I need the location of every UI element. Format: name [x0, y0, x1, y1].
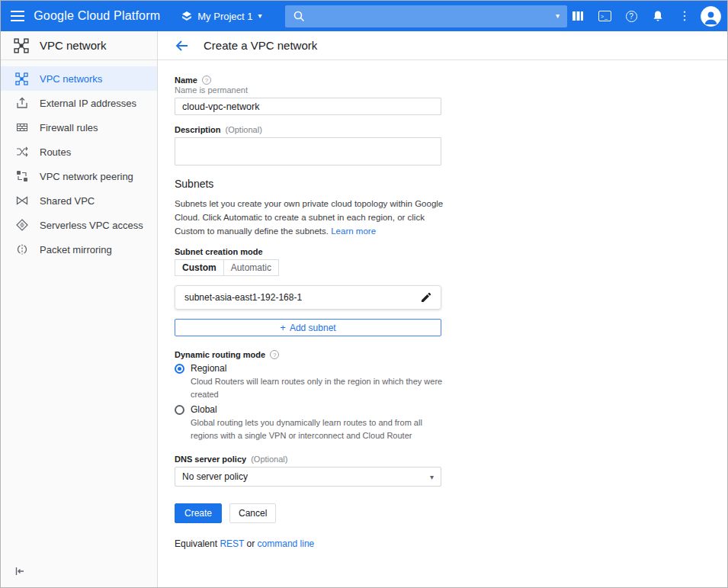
sidebar-nav: VPC networks External IP addresses Firew…	[1, 60, 157, 262]
sidebar-item-label: Routes	[40, 146, 71, 158]
notifications-button[interactable]	[647, 5, 669, 27]
global-description: Global routing lets you dynamically lear…	[191, 416, 451, 442]
cancel-button[interactable]: Cancel	[229, 503, 276, 523]
sidebar-item-packet-mirroring[interactable]: Packet mirroring	[1, 237, 157, 262]
learn-more-link[interactable]: Learn more	[331, 227, 376, 236]
dns-optional: (Optional)	[251, 455, 287, 464]
create-button[interactable]: Create	[175, 503, 222, 523]
name-help-icon[interactable]: ?	[202, 76, 211, 85]
subnets-heading: Subnets	[175, 178, 727, 190]
search-input[interactable]	[311, 11, 556, 22]
add-subnet-label: Add subnet	[290, 323, 336, 333]
description-optional: (Optional)	[226, 125, 262, 134]
sidebar-item-serverless-vpc-access[interactable]: Serverless VPC access	[1, 213, 157, 237]
firewall-icon	[15, 121, 28, 134]
sidebar-title: VPC network	[40, 39, 107, 52]
subnet-mode-custom-button[interactable]: Custom	[175, 259, 224, 276]
shared-vpc-icon	[15, 194, 28, 207]
hamburger-icon	[11, 11, 24, 21]
dns-policy-select[interactable]: No server policy ▾	[175, 467, 441, 487]
dns-label-row: DNS server policy (Optional)	[175, 455, 727, 464]
project-selector[interactable]: My Project 1 ▾	[181, 11, 261, 22]
console-columns-button[interactable]	[567, 5, 588, 27]
name-label: Name	[175, 76, 197, 85]
regional-label: Regional	[191, 363, 226, 374]
subnets-intro-text: Subnets let you create your own private …	[175, 199, 443, 236]
help-button[interactable]: ?	[621, 5, 642, 27]
subnet-mode-label: Subnet creation mode	[175, 247, 727, 256]
avatar[interactable]	[701, 6, 721, 27]
sidebar-item-routes[interactable]: Routes	[1, 140, 157, 164]
rest-link[interactable]: REST	[220, 538, 244, 549]
main-content: Create a VPC network Name ? Name is perm…	[158, 31, 727, 587]
sidebar-item-external-ip-addresses[interactable]: External IP addresses	[1, 91, 157, 115]
back-arrow-icon	[175, 39, 189, 53]
sidebar-item-label: External IP addresses	[40, 98, 136, 109]
command-line-link[interactable]: command line	[258, 538, 315, 549]
back-button[interactable]	[175, 39, 189, 53]
global-label: Global	[191, 404, 217, 415]
person-icon	[702, 8, 720, 26]
subnet-card[interactable]: subnet-asia-east1-192-168-1	[175, 285, 441, 310]
sidebar: VPC network VPC networks	[1, 31, 158, 587]
topbar: Google Cloud Platform My Project 1 ▾ ▾ >…	[1, 1, 727, 31]
brand-title: Google Cloud Platform	[34, 9, 160, 23]
sidebar-item-shared-vpc[interactable]: Shared VPC	[1, 188, 157, 213]
peering-icon	[15, 170, 28, 183]
gcp-console-window: Google Cloud Platform My Project 1 ▾ ▾ >…	[0, 0, 728, 588]
sidebar-item-label: Serverless VPC access	[40, 220, 143, 231]
chevron-down-icon: ▾	[430, 473, 434, 481]
description-label: Description	[175, 125, 221, 134]
sidebar-item-label: Firewall rules	[40, 122, 98, 133]
routing-regional-option[interactable]: Regional	[175, 363, 727, 374]
add-subnet-button[interactable]: + Add subnet	[175, 319, 441, 336]
chevron-down-icon: ▾	[258, 12, 262, 20]
subnet-mode-automatic-button[interactable]: Automatic	[224, 259, 279, 276]
routes-icon	[15, 146, 28, 159]
name-label-row: Name ?	[175, 76, 727, 85]
edit-subnet-button[interactable]	[421, 292, 431, 303]
sidebar-item-label: Packet mirroring	[40, 244, 112, 255]
project-name: My Project 1	[197, 11, 252, 22]
more-options-button[interactable]: ⋮	[674, 5, 695, 27]
project-icon	[181, 11, 192, 21]
name-input[interactable]	[175, 98, 441, 115]
radio-selected-icon	[175, 364, 184, 374]
regional-description: Cloud Routers will learn routes only in …	[191, 375, 451, 400]
menu-button[interactable]	[1, 1, 34, 31]
search-bar[interactable]: ▾	[285, 5, 567, 27]
topbar-actions: >_ ? ⋮	[567, 5, 727, 27]
sidebar-item-label: VPC network peering	[40, 171, 133, 182]
columns-icon	[572, 10, 584, 22]
description-input[interactable]	[175, 137, 441, 165]
cloud-shell-button[interactable]: >_	[594, 5, 615, 27]
sidebar-header: VPC network	[1, 31, 157, 60]
collapse-left-icon	[14, 566, 25, 577]
more-vertical-icon: ⋮	[678, 10, 691, 22]
external-ip-icon	[15, 97, 28, 110]
search-icon	[293, 10, 305, 22]
page-header: Create a VPC network	[158, 31, 727, 60]
sidebar-item-label: VPC networks	[40, 73, 102, 85]
sidebar-collapse-button[interactable]	[1, 555, 157, 587]
sidebar-item-vpc-networks[interactable]: VPC networks	[1, 66, 157, 91]
subnet-mode-toggle: Custom Automatic	[175, 259, 279, 276]
search-dropdown-icon[interactable]: ▾	[556, 12, 560, 20]
cloud-shell-icon: >_	[598, 11, 611, 21]
equivalent-or: or	[247, 538, 255, 549]
description-label-row: Description (Optional)	[175, 125, 727, 134]
routing-global-option[interactable]: Global	[175, 404, 727, 415]
routing-label-row: Dynamic routing mode ?	[175, 350, 727, 359]
routing-section: Dynamic routing mode ? Regional Cloud Ro…	[175, 350, 727, 442]
plus-icon: +	[280, 322, 286, 333]
name-note: Name is permanent	[175, 85, 727, 95]
radio-unselected-icon	[175, 405, 184, 415]
routing-help-icon[interactable]: ?	[270, 350, 279, 359]
sidebar-item-label: Shared VPC	[40, 195, 95, 207]
form-actions: Create Cancel	[175, 503, 727, 523]
dns-section: DNS server policy (Optional) No server p…	[175, 455, 727, 487]
sidebar-item-vpc-network-peering[interactable]: VPC network peering	[1, 164, 157, 188]
equivalent-prefix: Equivalent	[175, 538, 217, 549]
sidebar-item-firewall-rules[interactable]: Firewall rules	[1, 115, 157, 140]
help-icon: ?	[626, 11, 637, 22]
